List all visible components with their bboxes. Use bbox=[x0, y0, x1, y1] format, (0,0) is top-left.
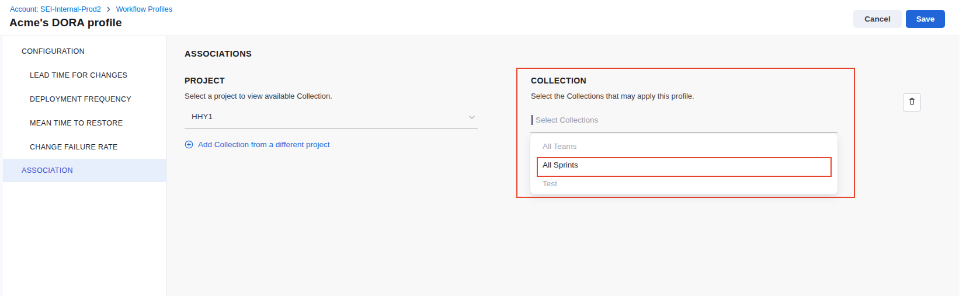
project-section-title: PROJECT bbox=[185, 76, 225, 85]
sidebar-item-association[interactable]: ASSOCIATION bbox=[3, 159, 166, 182]
plus-circle-icon bbox=[185, 140, 193, 149]
add-collection-link-label: Add Collection from a different project bbox=[198, 140, 330, 149]
page-header: Account: SEI-Internal-Prod2 Workflow Pro… bbox=[0, 0, 960, 36]
page-title: Acme's DORA profile bbox=[9, 16, 122, 29]
text-cursor bbox=[531, 115, 533, 125]
collection-section-title: COLLECTION bbox=[531, 76, 586, 85]
trash-icon bbox=[908, 97, 916, 108]
add-collection-from-different-project-link[interactable]: Add Collection from a different project bbox=[185, 140, 330, 149]
delete-association-button[interactable] bbox=[903, 93, 921, 112]
associations-heading: ASSOCIATIONS bbox=[185, 49, 252, 58]
collection-option-all-teams[interactable]: All Teams bbox=[530, 137, 837, 155]
breadcrumb-account-link[interactable]: Account: SEI-Internal-Prod2 bbox=[10, 5, 101, 13]
collection-option-all-sprints[interactable]: All Sprints bbox=[530, 155, 837, 174]
screenshot-root: Account: SEI-Internal-Prod2 Workflow Pro… bbox=[0, 0, 980, 296]
sidebar-item-lead-time-for-changes[interactable]: LEAD TIME FOR CHANGES bbox=[3, 63, 166, 87]
app-frame: Account: SEI-Internal-Prod2 Workflow Pro… bbox=[0, 0, 960, 296]
collections-input-placeholder: Select Collections bbox=[536, 116, 598, 124]
sidebar-item-configuration[interactable]: CONFIGURATION bbox=[3, 39, 166, 63]
sidebar-item-mean-time-to-restore[interactable]: MEAN TIME TO RESTORE bbox=[3, 111, 166, 135]
associations-panel: ASSOCIATIONS PROJECT Select a project to… bbox=[167, 36, 960, 296]
project-select[interactable]: HHY1 bbox=[185, 107, 478, 128]
collections-multiselect-input[interactable]: Select Collections bbox=[530, 108, 837, 133]
save-button[interactable]: Save bbox=[906, 10, 945, 28]
project-section-description: Select a project to view available Colle… bbox=[185, 92, 332, 100]
breadcrumb: Account: SEI-Internal-Prod2 Workflow Pro… bbox=[10, 5, 172, 13]
collections-dropdown-menu: All Teams All Sprints Test bbox=[530, 134, 837, 194]
profile-sections-sidebar: CONFIGURATION LEAD TIME FOR CHANGES DEPL… bbox=[3, 36, 166, 296]
collection-option-test[interactable]: Test bbox=[530, 174, 837, 193]
chevron-down-icon bbox=[468, 113, 476, 124]
project-select-value: HHY1 bbox=[192, 112, 213, 121]
cancel-button[interactable]: Cancel bbox=[853, 10, 902, 28]
breadcrumb-workflow-profiles-link[interactable]: Workflow Profiles bbox=[116, 5, 172, 13]
breadcrumb-chevron-icon bbox=[106, 6, 112, 12]
sidebar-item-change-failure-rate[interactable]: CHANGE FAILURE RATE bbox=[3, 135, 166, 159]
collection-section-description: Select the Collections that may apply th… bbox=[531, 92, 694, 100]
sidebar-item-deployment-frequency[interactable]: DEPLOYMENT FREQUENCY bbox=[3, 87, 166, 111]
